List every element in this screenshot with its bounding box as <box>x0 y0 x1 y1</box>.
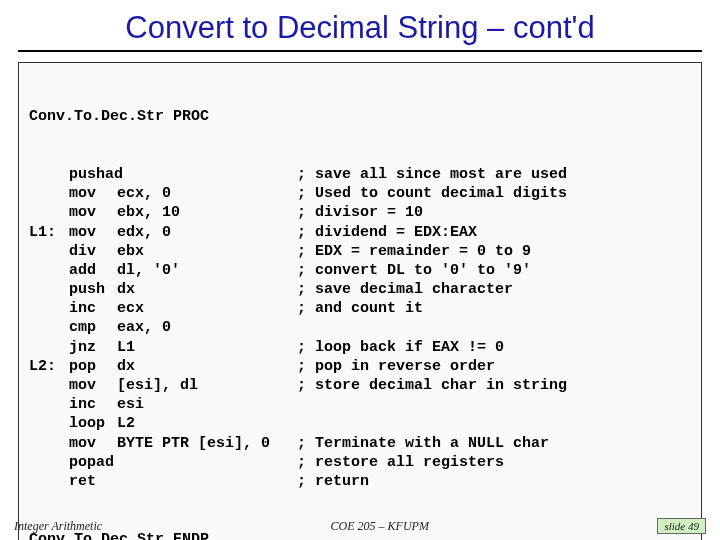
code-operands: L2 <box>117 414 297 433</box>
code-operands <box>117 472 297 491</box>
code-operands <box>117 453 297 472</box>
code-comment: ; EDX = remainder = 0 to 9 <box>297 242 531 261</box>
code-line: pushdx; save decimal character <box>29 280 691 299</box>
code-label <box>29 318 69 337</box>
code-comment: ; convert DL to '0' to '9' <box>297 261 531 280</box>
code-comment: ; save all since most are used <box>297 165 567 184</box>
code-label <box>29 299 69 318</box>
code-opcode: mov <box>69 376 117 395</box>
code-opcode: loop <box>69 414 117 433</box>
slide-title: Convert to Decimal String – cont'd <box>18 8 702 52</box>
code-label <box>29 203 69 222</box>
code-operands: dx <box>117 280 297 299</box>
code-comment: ; loop back if EAX != 0 <box>297 338 504 357</box>
footer: Integer Arithmetic COE 205 – KFUPM slide… <box>0 518 720 534</box>
code-comment: ; dividend = EDX:EAX <box>297 223 477 242</box>
code-opcode: inc <box>69 395 117 414</box>
code-label <box>29 261 69 280</box>
code-operands: dx <box>117 357 297 376</box>
code-line: movBYTE PTR [esi], 0; Terminate with a N… <box>29 434 691 453</box>
code-opcode: mov <box>69 223 117 242</box>
code-operands: edx, 0 <box>117 223 297 242</box>
code-line: ret; return <box>29 472 691 491</box>
code-comment: ; Used to count decimal digits <box>297 184 567 203</box>
code-label <box>29 434 69 453</box>
code-line: movecx, 0; Used to count decimal digits <box>29 184 691 203</box>
code-opcode: jnz <box>69 338 117 357</box>
code-operands: L1 <box>117 338 297 357</box>
code-operands: ebx, 10 <box>117 203 297 222</box>
code-label <box>29 242 69 261</box>
code-block: Conv.To.Dec.Str PROC pushad; save all si… <box>18 62 702 540</box>
code-label <box>29 338 69 357</box>
code-operands: BYTE PTR [esi], 0 <box>117 434 297 453</box>
code-line: jnzL1; loop back if EAX != 0 <box>29 338 691 357</box>
code-comment: ; Terminate with a NULL char <box>297 434 549 453</box>
code-operands: ebx <box>117 242 297 261</box>
code-opcode: pop <box>69 357 117 376</box>
code-line: cmpeax, 0 <box>29 318 691 337</box>
code-line: L2:popdx; pop in reverse order <box>29 357 691 376</box>
code-label: L1: <box>29 223 69 242</box>
code-label <box>29 414 69 433</box>
code-line: pushad; save all since most are used <box>29 165 691 184</box>
code-opcode: mov <box>69 434 117 453</box>
footer-left: Integer Arithmetic <box>14 519 102 534</box>
code-label: L2: <box>29 357 69 376</box>
code-label <box>29 376 69 395</box>
code-line: popad; restore all registers <box>29 453 691 472</box>
code-comment: ; store decimal char in string <box>297 376 567 395</box>
footer-right: slide 49 <box>657 518 706 534</box>
code-label <box>29 395 69 414</box>
code-operands: ecx, 0 <box>117 184 297 203</box>
code-line: adddl, '0'; convert DL to '0' to '9' <box>29 261 691 280</box>
code-label <box>29 184 69 203</box>
slide: Convert to Decimal String – cont'd Conv.… <box>0 0 720 540</box>
code-comment: ; restore all registers <box>297 453 504 472</box>
code-line: mov[esi], dl; store decimal char in stri… <box>29 376 691 395</box>
code-opcode: cmp <box>69 318 117 337</box>
code-line: L1:movedx, 0; dividend = EDX:EAX <box>29 223 691 242</box>
code-opcode: div <box>69 242 117 261</box>
code-operands: esi <box>117 395 297 414</box>
code-opcode: ret <box>69 472 117 491</box>
code-label <box>29 165 69 184</box>
code-line: divebx; EDX = remainder = 0 to 9 <box>29 242 691 261</box>
code-comment: ; return <box>297 472 369 491</box>
code-opcode: add <box>69 261 117 280</box>
code-opcode: popad <box>69 453 117 472</box>
code-label <box>29 472 69 491</box>
code-line: movebx, 10; divisor = 10 <box>29 203 691 222</box>
code-line: loopL2 <box>29 414 691 433</box>
code-operands <box>117 165 297 184</box>
code-opcode: inc <box>69 299 117 318</box>
code-operands: ecx <box>117 299 297 318</box>
code-opcode: push <box>69 280 117 299</box>
code-operands: [esi], dl <box>117 376 297 395</box>
proc-start: Conv.To.Dec.Str PROC <box>29 107 691 126</box>
code-opcode: pushad <box>69 165 117 184</box>
code-opcode: mov <box>69 184 117 203</box>
code-operands: dl, '0' <box>117 261 297 280</box>
footer-center: COE 205 – KFUPM <box>331 519 429 534</box>
code-operands: eax, 0 <box>117 318 297 337</box>
code-comment: ; divisor = 10 <box>297 203 423 222</box>
code-label <box>29 280 69 299</box>
code-comment: ; save decimal character <box>297 280 513 299</box>
code-line: incecx; and count it <box>29 299 691 318</box>
code-opcode: mov <box>69 203 117 222</box>
code-comment: ; and count it <box>297 299 423 318</box>
code-label <box>29 453 69 472</box>
code-line: incesi <box>29 395 691 414</box>
code-comment: ; pop in reverse order <box>297 357 495 376</box>
